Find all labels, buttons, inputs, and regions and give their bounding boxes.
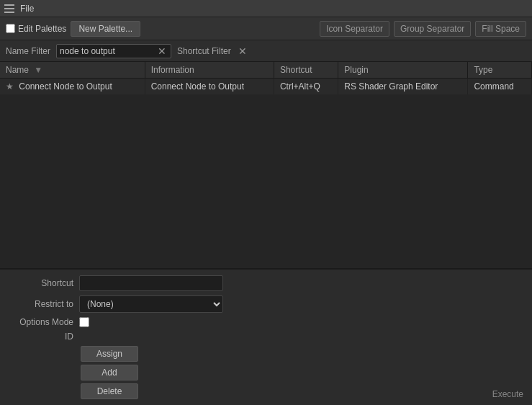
edit-palettes-checkbox[interactable]	[6, 24, 15, 33]
row-name: Connect Node to Output	[19, 81, 112, 92]
table-row[interactable]: ★ Connect Node to Output Connect Node to…	[0, 79, 532, 95]
execute-label: Execute	[492, 389, 523, 399]
filters-row: Name Filter ✕ Shortcut Filter ✕	[0, 40, 532, 62]
table-header-row: Name ▼ Information Shortcut Plugin Type	[0, 62, 532, 79]
th-shortcut[interactable]: Shortcut	[274, 62, 338, 79]
shortcut-label: Shortcut	[9, 278, 73, 288]
options-mode-label: Options Mode	[9, 317, 73, 327]
options-mode-checkbox[interactable]	[79, 317, 89, 327]
table-container: Name ▼ Information Shortcut Plugin Type	[0, 62, 532, 268]
assign-button[interactable]: Assign	[81, 346, 138, 362]
shortcut-row: Shortcut	[9, 275, 523, 291]
toolbar-left: Edit Palettes New Palette...	[6, 21, 140, 37]
shortcut-filter-label: Shortcut Filter	[177, 46, 231, 56]
new-palette-button[interactable]: New Palette...	[71, 21, 140, 37]
actions-row: Assign Add Delete	[81, 346, 523, 399]
fill-space-button[interactable]: Fill Space	[475, 21, 526, 37]
toolbar-right: Icon Separator Group Separator Fill Spac…	[320, 21, 526, 37]
name-filter-wrap: ✕	[56, 44, 171, 58]
name-filter-input[interactable]	[60, 46, 153, 56]
th-name[interactable]: Name ▼	[0, 62, 145, 79]
icon-separator-button[interactable]: Icon Separator	[320, 21, 389, 37]
cell-information: Connect Node to Output	[145, 79, 274, 95]
id-label: ID	[9, 331, 73, 342]
name-filter-clear-button[interactable]: ✕	[156, 46, 168, 56]
menu-bar: File	[0, 0, 532, 17]
options-mode-row: Options Mode	[9, 317, 523, 327]
row-star-icon: ★	[6, 81, 14, 92]
toolbar: Edit Palettes New Palette... Icon Separa…	[0, 17, 532, 40]
add-button[interactable]: Add	[81, 365, 138, 380]
cell-type: Command	[468, 79, 532, 95]
restrict-to-row: Restrict to (None)	[9, 295, 523, 313]
bottom-actions: Assign Add Delete Execute	[9, 346, 523, 399]
shortcut-input[interactable]	[79, 275, 223, 291]
shortcuts-table: Name ▼ Information Shortcut Plugin Type	[0, 62, 532, 94]
name-sort-arrow: ▼	[34, 65, 42, 75]
shortcut-filter-clear-button[interactable]: ✕	[237, 46, 248, 56]
th-plugin[interactable]: Plugin	[338, 62, 468, 79]
th-type[interactable]: Type	[468, 62, 532, 79]
restrict-to-label: Restrict to	[9, 299, 73, 309]
id-row: ID	[9, 331, 523, 342]
th-information[interactable]: Information	[145, 62, 274, 79]
edit-palettes-checkbox-label[interactable]: Edit Palettes	[6, 24, 66, 34]
bottom-panel: Shortcut Restrict to (None) Options Mode…	[0, 268, 532, 405]
delete-button[interactable]: Delete	[81, 383, 138, 399]
cell-name: ★ Connect Node to Output	[0, 79, 145, 95]
name-filter-label: Name Filter	[6, 46, 50, 56]
restrict-to-select[interactable]: (None)	[79, 295, 223, 313]
group-separator-button[interactable]: Group Separator	[394, 21, 471, 37]
edit-palettes-label: Edit Palettes	[18, 24, 66, 34]
menu-title[interactable]: File	[20, 4, 34, 14]
cell-shortcut: Ctrl+Alt+Q	[274, 79, 338, 95]
menu-icon[interactable]	[4, 4, 14, 13]
cell-plugin: RS Shader Graph Editor	[338, 79, 468, 95]
